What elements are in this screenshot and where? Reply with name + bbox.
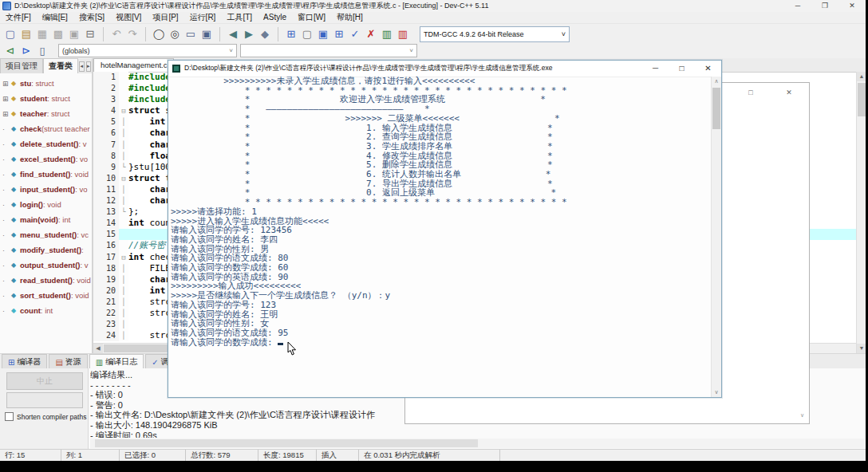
back-icon[interactable]: ◀: [225, 26, 241, 42]
tree-item-sort_student[interactable]: ·◆sort_student() : void: [2, 288, 92, 303]
print-icon[interactable]: ⊟: [82, 26, 98, 42]
run-icon[interactable]: ▢: [299, 26, 315, 42]
menu-item-3[interactable]: 视图[V]: [110, 12, 147, 23]
sidebar-tab-1[interactable]: 查看类: [43, 58, 78, 73]
tree-item-teacher[interactable]: ⊞◆teacher : struct: [2, 106, 92, 121]
console-minimize-button[interactable]: ─: [642, 61, 669, 77]
console-close-button[interactable]: ✕: [695, 61, 721, 77]
tree-item-student[interactable]: ⊞◆student : struct: [2, 91, 92, 106]
menu-item-2[interactable]: 搜索[S]: [73, 12, 110, 23]
menu-item-1[interactable]: 编辑[E]: [37, 12, 73, 23]
tree-item-menu_student[interactable]: ·◆menu_student() : vc: [2, 227, 92, 242]
scroll-left-icon[interactable]: ◀: [93, 344, 103, 353]
line-number: 17: [93, 252, 119, 263]
expand-icon[interactable]: ⊞: [2, 80, 11, 88]
shorten-paths-option[interactable]: Shorten compiler paths: [5, 412, 86, 421]
menu-item-8[interactable]: 窗口[W]: [292, 12, 331, 23]
abort-button[interactable]: 中止: [6, 372, 83, 390]
checkbox-icon[interactable]: [5, 412, 14, 421]
title-bar[interactable]: D:\Desktop\新建文件夹 (2)\作业\C语言程序设计\课程设计作品\学…: [0, 0, 866, 12]
status-bar: 行: 15列: 1已选择: 0总行数: 579长度: 19815插入在 0.03…: [0, 449, 866, 462]
abort-compile-icon[interactable]: ✗: [363, 26, 379, 42]
compile-run-icon[interactable]: ▣: [315, 26, 331, 42]
console-window[interactable]: D:\Desktop\新建文件夹 (2)\作业\C语言程序设计\课程设计作品\学…: [168, 60, 722, 398]
console-maximize-button[interactable]: □: [669, 61, 695, 77]
close-file-icon[interactable]: ▣: [66, 26, 82, 42]
console-title-bar[interactable]: D:\Desktop\新建文件夹 (2)\作业\C语言程序设计\课程设计作品\学…: [168, 61, 721, 77]
minimize-button[interactable]: ─: [784, 0, 811, 12]
tree-item-input_student[interactable]: ·◆input_student() : vo: [2, 182, 92, 197]
scroll-down-icon[interactable]: ∨: [800, 412, 804, 419]
bottom-tab-0[interactable]: ⊞编译器: [2, 354, 47, 369]
log-horizontal-scrollbar[interactable]: [90, 439, 864, 448]
tree-item-mainvoid[interactable]: ·◆main(void) : int: [2, 212, 92, 227]
goto-declaration-icon[interactable]: ⊲: [2, 43, 18, 59]
bg-maximize-button[interactable]: □: [737, 87, 764, 99]
fold-box-icon[interactable]: ⊟: [119, 173, 128, 184]
profile-delete-icon[interactable]: ▥: [395, 26, 411, 42]
console-output[interactable]: >>>>>>>>>>未录入学生成绩信息，请按1进行输入<<<<<<<<<< * …: [168, 77, 712, 397]
tree-item-read_student[interactable]: ·◆read_student() : void: [2, 273, 92, 288]
tree-item-check[interactable]: ·◆check (struct teacher: [2, 121, 92, 136]
new-file-icon[interactable]: ▢: [2, 26, 18, 42]
replace-icon[interactable]: ◎: [167, 26, 183, 42]
tree-item-find_student[interactable]: ·◆find_student() : void: [2, 167, 92, 182]
menu-item-4[interactable]: 项目[P]: [147, 12, 183, 23]
fn-icon: ◆: [11, 277, 20, 284]
globals-select[interactable]: (globals) ˅: [58, 44, 237, 57]
scroll-up-icon[interactable]: ∧: [712, 77, 721, 86]
tree-item-stu[interactable]: ⊞◆stu : struct: [2, 76, 92, 91]
menu-item-9[interactable]: 帮助[H]: [331, 12, 369, 23]
toolbar-separator: [219, 27, 220, 41]
editor-tab[interactable]: hotelManagement.c: [93, 58, 174, 72]
fold-box-icon[interactable]: ⊟: [119, 252, 128, 263]
open-file-icon[interactable]: ▤: [18, 26, 34, 42]
swap-editor-icon[interactable]: ▣: [199, 26, 215, 42]
bg-close-button[interactable]: ✕: [775, 87, 803, 99]
class-browser-icon[interactable]: ▯: [34, 43, 50, 59]
expand-icon[interactable]: ⊞: [2, 110, 11, 118]
compiler-select[interactable]: TDM-GCC 4.9.2 64-bit Release ˅: [420, 26, 570, 42]
maximize-button[interactable]: ❐: [811, 0, 838, 12]
save-all-icon[interactable]: ▩: [50, 26, 66, 42]
bottom-tab-1[interactable]: ▤资源: [49, 354, 87, 369]
tree-item-output_student[interactable]: ·◆output_student() : v: [2, 258, 92, 273]
scrollbar-thumb[interactable]: [95, 439, 478, 447]
tree-item-login[interactable]: ·◆login() : void: [2, 197, 92, 212]
scrollbar-thumb[interactable]: [858, 83, 866, 116]
close-button[interactable]: ✕: [838, 0, 866, 12]
fold-box-icon[interactable]: ⊟: [119, 105, 128, 116]
bottom-tab-2[interactable]: ▥编译日志: [89, 354, 144, 369]
menu-item-5[interactable]: 运行[R]: [184, 12, 222, 23]
window-title: D:\Desktop\新建文件夹 (2)\作业\C语言程序设计\课程设计作品\学…: [14, 1, 784, 11]
expand-icon[interactable]: ⊞: [2, 95, 11, 103]
save-icon[interactable]: ▦: [34, 26, 50, 42]
forward-icon[interactable]: ▶: [241, 26, 257, 42]
goto-line-icon[interactable]: ▭: [183, 26, 199, 42]
scroll-down-icon[interactable]: ∨: [712, 387, 721, 397]
sidebar-tab-0[interactable]: 项目管理: [0, 58, 43, 73]
tree-item-excel_student[interactable]: ·◆excel_student() : vo: [2, 151, 92, 167]
bookmark-icon[interactable]: ◆: [257, 26, 273, 42]
scrollbar-thumb[interactable]: [712, 88, 720, 129]
goto-definition-icon[interactable]: ⊳: [18, 43, 34, 59]
compile-icon[interactable]: ⊞: [283, 26, 299, 42]
console-vertical-scrollbar[interactable]: ∧ ∨: [711, 77, 721, 397]
menu-item-6[interactable]: 工具[T]: [221, 12, 258, 23]
tree-item-count[interactable]: ·◆count : int: [2, 303, 92, 318]
syntax-check-icon[interactable]: ✓: [347, 26, 363, 42]
sidebar-tab-scroll-right-icon[interactable]: ▸: [86, 61, 92, 72]
fold-end-icon: └: [119, 162, 128, 173]
redo-icon[interactable]: ↷: [124, 26, 140, 42]
find-icon[interactable]: ◯: [151, 26, 167, 42]
menu-item-7[interactable]: AStyle: [258, 12, 292, 23]
undo-icon[interactable]: ↶: [108, 26, 124, 42]
tree-item-delete_student[interactable]: ·◆delete_student() : v: [2, 136, 92, 151]
rebuild-icon[interactable]: ⊞: [331, 26, 347, 42]
profile-icon[interactable]: ▥: [379, 26, 395, 42]
tree-item-modify_student[interactable]: ·◆modify_student() :: [2, 242, 92, 258]
menu-item-0[interactable]: 文件[F]: [0, 12, 37, 23]
sidebar-tab-scroll-left-icon[interactable]: ◂: [79, 61, 85, 72]
members-select[interactable]: ˅: [240, 44, 417, 57]
status-field-0: 行: 15: [0, 450, 61, 462]
